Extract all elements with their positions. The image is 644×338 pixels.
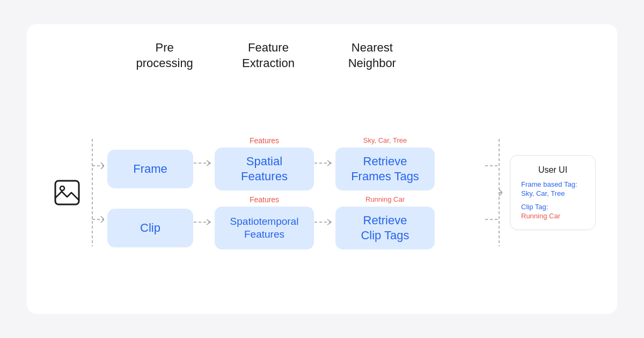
frame-tag-value: Sky, Car, Tree: [521, 189, 584, 197]
spatiotemporal-features-label: Features: [250, 195, 279, 204]
frame-tag-label: Frame based Tag:: [521, 180, 584, 188]
running-car-label: Running Car: [365, 195, 405, 204]
image-icon-wrap: [48, 179, 86, 207]
pipeline-row-frame: Frame Features SpatialFeatures: [107, 134, 483, 193]
retrieve-clip-node: RetrieveClip Tags: [335, 207, 435, 249]
column-headers: Preprocessing FeatureExtraction NearestN…: [48, 40, 596, 71]
diagram-card: Preprocessing FeatureExtraction NearestN…: [27, 24, 617, 314]
clip-node: Clip: [107, 209, 193, 247]
retrieve-clip-wrap: Running Car RetrieveClip Tags: [335, 195, 435, 249]
user-ui-title: User UI: [521, 165, 584, 175]
svg-point-1: [60, 186, 64, 190]
retrieve-frames-wrap: Sky, Car, Tree RetrieveFrames Tags: [335, 136, 435, 190]
clip-tag-label: Clip Tag:: [521, 203, 584, 211]
col-header-userui: [424, 40, 510, 71]
col-header-feature: FeatureExtraction: [216, 40, 320, 71]
retrieve-frames-node: RetrieveFrames Tags: [335, 148, 435, 190]
arrow-spatial-retrieve: [314, 159, 335, 167]
spatiotemporal-node-wrap: Features SpatiotemporalFeatures: [215, 195, 314, 249]
user-ui-frame-section: Frame based Tag: Sky, Car, Tree: [521, 180, 584, 197]
stacked-rows: Frame Features SpatialFeatures: [107, 134, 483, 252]
arrow-spatiotemporal-retrieve: [314, 218, 335, 226]
sky-car-tree-label: Sky, Car, Tree: [363, 136, 407, 145]
clip-tag-value: Running Car: [521, 212, 584, 220]
frame-node-wrap: Frame: [107, 138, 193, 188]
clip-node-wrap: Clip: [107, 197, 193, 247]
right-bracket-svg: [485, 139, 502, 246]
arrow-frame-spatial: [193, 159, 215, 167]
user-ui-clip-section: Clip Tag: Running Car: [521, 203, 584, 220]
right-bracket: [485, 139, 502, 246]
left-bracket-svg: [89, 139, 104, 246]
image-icon: [53, 179, 81, 207]
col-header-neighbor: NearestNeighbor: [320, 40, 424, 71]
frame-node: Frame: [107, 150, 193, 188]
col-header-preprocessing: Preprocessing: [113, 40, 216, 71]
spatial-node-wrap: Features SpatialFeatures: [215, 136, 314, 190]
pipeline-row-clip: Clip Features SpatiotemporalFeatures: [107, 193, 483, 252]
spatial-features-node: SpatialFeatures: [215, 148, 314, 190]
spatiotemporal-node: SpatiotemporalFeatures: [215, 207, 314, 249]
left-bracket: [89, 139, 104, 246]
user-ui-card: User UI Frame based Tag: Sky, Car, Tree …: [510, 155, 596, 230]
spatial-features-label: Features: [250, 136, 279, 145]
main-area: Frame Features SpatialFeatures: [48, 87, 596, 298]
arrow-clip-spatiotemporal: [193, 218, 215, 226]
svg-rect-0: [55, 181, 79, 204]
